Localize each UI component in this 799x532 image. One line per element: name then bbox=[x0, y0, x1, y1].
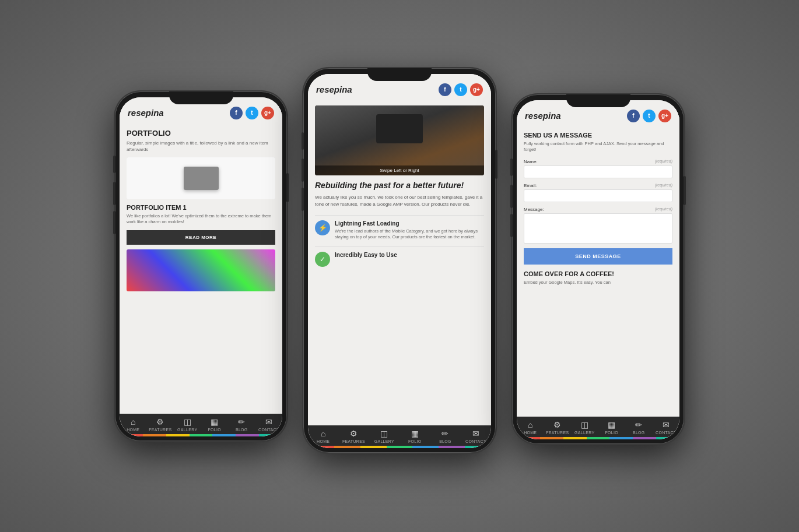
feature-content-1: Lightning Fast Loading We're the lead au… bbox=[335, 220, 484, 241]
nav-features-3[interactable]: ⚙ FEATURES bbox=[544, 420, 572, 435]
message-required: (required) bbox=[655, 207, 672, 212]
googleplus-icon-3[interactable]: g+ bbox=[658, 110, 671, 122]
nav-home-2[interactable]: ⌂ HOME bbox=[308, 429, 338, 443]
portfolio-image-2 bbox=[127, 249, 275, 291]
side-btn-left-2c bbox=[302, 188, 304, 211]
nav-gallery-1[interactable]: ◫ GALLERY bbox=[174, 417, 201, 432]
nav-gallery-2[interactable]: ◫ GALLERY bbox=[369, 429, 400, 443]
rainbow-3-7 bbox=[656, 437, 679, 439]
side-btn-left-1a bbox=[113, 156, 115, 173]
rainbow-2-7 bbox=[465, 446, 491, 448]
features-label-2: FEATURES bbox=[342, 439, 365, 443]
blog-label-3: BLOG bbox=[633, 431, 645, 435]
side-btn-right-2 bbox=[495, 150, 497, 179]
feature-item-1: ⚡ Lightning Fast Loading We're the lead … bbox=[315, 220, 484, 241]
nav-features-1[interactable]: ⚙ FEATURES bbox=[147, 417, 174, 432]
facebook-icon-2[interactable]: f bbox=[439, 83, 451, 96]
send-message-button[interactable]: SEND MESSAGE bbox=[524, 248, 672, 265]
facebook-icon-3[interactable]: f bbox=[627, 110, 640, 122]
contact-label-1: CONTACT bbox=[258, 428, 279, 432]
name-input[interactable] bbox=[524, 165, 672, 178]
nav-home-3[interactable]: ⌂ HOME bbox=[517, 420, 544, 435]
rainbow-3-3 bbox=[563, 437, 587, 439]
blog-icon-3: ✏ bbox=[635, 420, 642, 429]
nav-contact-1[interactable]: ✉ CONTACT bbox=[255, 417, 283, 432]
phone-screen-2: resepina f t g+ Swipe Left or Right Rebu… bbox=[308, 74, 491, 448]
features-icon-2: ⚙ bbox=[350, 429, 358, 438]
phone-notch-1 bbox=[169, 91, 233, 104]
nav-contact-3[interactable]: ✉ CONTACT bbox=[653, 420, 680, 435]
blog-label-2: BLOG bbox=[439, 439, 451, 443]
rainbow-5 bbox=[212, 434, 236, 436]
nav-home-1[interactable]: ⌂ HOME bbox=[120, 417, 147, 432]
side-btn-left-3a bbox=[510, 158, 513, 176]
hero-image: Swipe Left or Right bbox=[315, 105, 484, 175]
folio-label-1: FOLIO bbox=[208, 428, 221, 432]
nav-contact-2[interactable]: ✉ CONTACT bbox=[461, 429, 491, 443]
rainbow-2-6 bbox=[439, 446, 465, 448]
nav-folio-2[interactable]: ▦ FOLIO bbox=[400, 429, 430, 443]
contact-icon-1: ✉ bbox=[265, 417, 272, 427]
screen-inner-3: resepina f t g+ SEND US A MESSAGE Fully … bbox=[517, 100, 679, 439]
portfolio-title: PORTFOLIO bbox=[127, 129, 275, 138]
twitter-icon-2[interactable]: t bbox=[454, 83, 467, 96]
screen-body-3: SEND US A MESSAGE Fully working contact … bbox=[517, 127, 679, 417]
rainbow-3-2 bbox=[540, 437, 563, 439]
feature-item-2: ✓ Incredibly Easy to Use bbox=[315, 252, 484, 267]
side-btn-left-1b bbox=[113, 182, 115, 205]
nav-gallery-3[interactable]: ◫ GALLERY bbox=[571, 420, 598, 435]
home-label-2: HOME bbox=[317, 439, 330, 443]
feature-title-2: Incredibly Easy to Use bbox=[335, 252, 397, 258]
contact-icon-2: ✉ bbox=[472, 429, 479, 438]
nav-blog-1[interactable]: ✏ BLOG bbox=[228, 417, 255, 432]
rainbow-3-5 bbox=[609, 437, 633, 439]
googleplus-icon-1[interactable]: g+ bbox=[261, 107, 274, 119]
feature-desc-1: We're the lead authors of the Mobile Cat… bbox=[335, 228, 484, 241]
blog-icon-2: ✏ bbox=[441, 429, 448, 438]
gallery-icon-2: ◫ bbox=[380, 429, 388, 438]
nav-features-2[interactable]: ⚙ FEATURES bbox=[338, 429, 369, 443]
phone-1: resepina f t g+ PORTFOLIO Regular, simpl… bbox=[115, 91, 287, 441]
nav-folio-3[interactable]: ▦ FOLIO bbox=[598, 420, 626, 435]
bottom-nav-2: ⌂ HOME ⚙ FEATURES ◫ GALLERY ▦ FOLIO bbox=[308, 425, 491, 446]
name-label: Name: bbox=[524, 159, 538, 164]
gallery-icon-3: ◫ bbox=[581, 420, 588, 429]
message-textarea[interactable] bbox=[524, 213, 672, 244]
side-btn-left-3c bbox=[510, 214, 513, 237]
twitter-icon-1[interactable]: t bbox=[246, 107, 258, 119]
name-field-label: Name: (required) bbox=[524, 159, 672, 164]
side-btn-right-3 bbox=[684, 176, 686, 205]
home-label-3: HOME bbox=[524, 431, 537, 435]
rainbow-bar-3 bbox=[517, 437, 679, 439]
side-btn-left-3b bbox=[510, 185, 513, 208]
googleplus-icon-2[interactable]: g+ bbox=[470, 83, 483, 96]
hero-title: Rebuilding the past for a better future! bbox=[315, 180, 484, 191]
rainbow-2-3 bbox=[360, 446, 387, 448]
hero-image-overlay: Swipe Left or Right bbox=[315, 165, 484, 175]
contact-icon-3: ✉ bbox=[663, 420, 670, 429]
divider-2 bbox=[315, 246, 484, 247]
phones-container: resepina f t g+ PORTFOLIO Regular, simpl… bbox=[115, 80, 684, 453]
portfolio-item-desc: We like portfolios a lot! We've optimize… bbox=[127, 213, 275, 226]
check-icon: ✓ bbox=[315, 252, 330, 267]
bottom-nav-1: ⌂ HOME ⚙ FEATURES ◫ GALLERY ▦ FOLIO bbox=[120, 414, 282, 434]
rainbow-4 bbox=[190, 434, 213, 436]
screen-inner-1: resepina f t g+ PORTFOLIO Regular, simpl… bbox=[120, 97, 282, 436]
features-label-3: FEATURES bbox=[546, 431, 569, 435]
gallery-label-1: GALLERY bbox=[177, 428, 197, 432]
blog-label-1: BLOG bbox=[236, 428, 248, 432]
nav-blog-3[interactable]: ✏ BLOG bbox=[625, 420, 653, 435]
rainbow-7 bbox=[259, 434, 282, 436]
side-btn-left-2a bbox=[302, 132, 304, 150]
email-required: (required) bbox=[655, 183, 672, 188]
nav-folio-1[interactable]: ▦ FOLIO bbox=[201, 417, 229, 432]
features-label-1: FEATURES bbox=[149, 428, 171, 432]
portfolio-image-1 bbox=[127, 157, 275, 199]
nav-blog-2[interactable]: ✏ BLOG bbox=[430, 429, 460, 443]
phone-screen-3: resepina f t g+ SEND US A MESSAGE Fully … bbox=[517, 100, 679, 439]
twitter-icon-3[interactable]: t bbox=[643, 110, 656, 122]
facebook-icon-1[interactable]: f bbox=[230, 107, 243, 119]
app-logo-2: resepina bbox=[316, 84, 352, 94]
email-input[interactable] bbox=[524, 189, 672, 202]
read-more-button[interactable]: READ MORE bbox=[127, 230, 275, 245]
